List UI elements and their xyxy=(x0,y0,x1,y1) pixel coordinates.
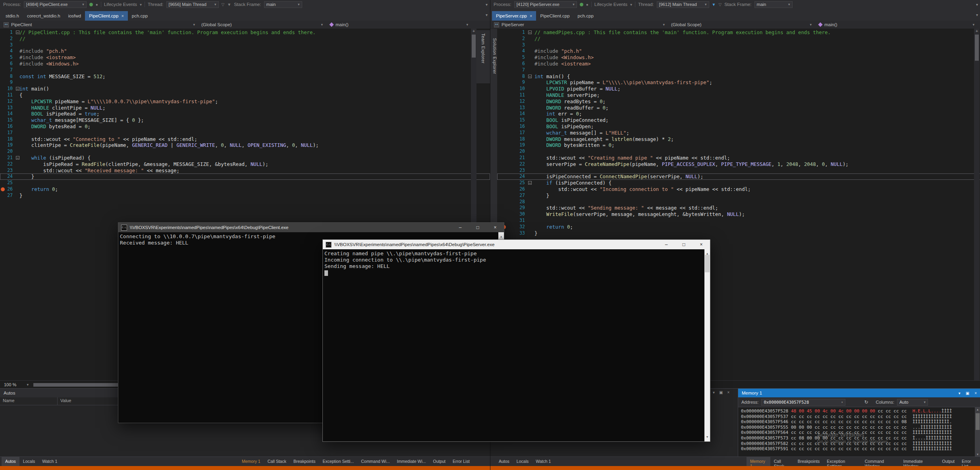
fold-margin[interactable] xyxy=(528,67,534,73)
fold-margin[interactable] xyxy=(16,117,19,123)
code-line[interactable]: 11 HANDLE serverPipe; xyxy=(497,92,980,98)
breakpoint-margin[interactable] xyxy=(497,123,511,130)
breakpoint-margin[interactable] xyxy=(497,92,511,98)
fold-margin[interactable] xyxy=(528,42,534,48)
fold-margin[interactable] xyxy=(528,117,534,123)
code-line[interactable]: 14 BOOL isPipeRead = true; xyxy=(0,111,490,117)
fold-margin[interactable] xyxy=(16,186,19,193)
editor-vertical-scrollbar[interactable] xyxy=(974,34,980,380)
fold-margin[interactable] xyxy=(16,67,19,73)
project-dropdown[interactable]: ++ PipeServer ▾ xyxy=(490,21,667,29)
scrollbar-thumb[interactable] xyxy=(705,255,710,272)
breakpoint-margin[interactable] xyxy=(497,199,511,205)
breakpoint-margin[interactable] xyxy=(0,161,6,168)
fold-margin[interactable]: − xyxy=(16,86,19,92)
code-line[interactable]: 18 std::wcout << "Connecting to " << pip… xyxy=(0,136,490,143)
close-button[interactable]: × xyxy=(486,223,504,232)
breakpoint-margin[interactable] xyxy=(0,173,6,180)
team-explorer-collapsed-tab[interactable]: Team Explorer xyxy=(476,30,490,83)
chevron-down-icon[interactable]: ▾ xyxy=(140,2,142,7)
breakpoint-margin[interactable] xyxy=(0,136,6,143)
document-tab-pipeclient-cpp[interactable]: PipeClient.cpp× xyxy=(85,11,128,21)
fold-margin[interactable]: − xyxy=(528,73,534,80)
memory-row[interactable]: 0x000000E43057F582cc cc cc cc cc cc cc c… xyxy=(741,441,980,447)
panel-tab-error-list[interactable]: Error List xyxy=(958,457,980,466)
breakpoint-margin[interactable] xyxy=(497,54,511,61)
code-line[interactable]: 22 serverPipe = CreateNamedPipe(pipeName… xyxy=(497,161,980,168)
breakpoint-margin[interactable] xyxy=(0,186,6,193)
maximize-button[interactable]: □ xyxy=(469,223,486,232)
code-line[interactable]: 30 WriteFile(serverPipe, message, messag… xyxy=(497,211,980,218)
breakpoint-margin[interactable] xyxy=(0,73,6,80)
fold-margin[interactable] xyxy=(528,48,534,54)
code-line[interactable]: 29 std::wcout << "Sending message: " << … xyxy=(497,205,980,211)
member-dropdown[interactable]: main() ▾ xyxy=(326,21,471,29)
document-tab-pch-cpp[interactable]: pch.cpp xyxy=(128,11,152,21)
fold-margin[interactable] xyxy=(16,73,19,80)
document-tab-pipeserver-cpp[interactable]: PipeServer.cpp× xyxy=(492,11,536,21)
scrollbar-thumb[interactable] xyxy=(976,413,980,430)
fold-margin[interactable] xyxy=(16,79,19,86)
collapse-icon[interactable]: − xyxy=(528,31,532,34)
code-line[interactable]: 19 DWORD bytesWritten = 0; xyxy=(497,142,980,148)
code-line[interactable]: 5#include <iostream> xyxy=(0,54,490,61)
solution-explorer-collapsed-tab[interactable]: Solution Explorer xyxy=(490,35,497,90)
breakpoint-margin[interactable] xyxy=(0,123,6,130)
breakpoint-margin[interactable] xyxy=(497,98,511,105)
code-line[interactable]: 4#include "pch.h" xyxy=(497,48,980,54)
fold-margin[interactable] xyxy=(16,98,19,105)
address-input[interactable]: 0x000000E43057F528 ▾ xyxy=(761,399,845,406)
step-backward-icon[interactable]: ● xyxy=(586,2,588,7)
fold-margin[interactable] xyxy=(528,230,534,237)
scope-dropdown[interactable]: (Global Scope) ▾ xyxy=(198,21,326,29)
breakpoint-margin[interactable] xyxy=(497,180,511,186)
breakpoint-margin[interactable] xyxy=(0,105,6,111)
project-dropdown[interactable]: ++ PipeClient ▾ xyxy=(0,21,198,29)
console-scrollbar[interactable]: ▲ ▼ xyxy=(704,249,710,441)
memory-row[interactable]: 0x000000E43057F573cc 08 00 00 00 cc cc c… xyxy=(741,435,980,441)
code-line[interactable]: 14 int err = 0; xyxy=(497,111,980,117)
flag-threads-icon[interactable]: ▼ xyxy=(227,2,231,7)
window-menu-icon[interactable]: ▾ xyxy=(713,390,715,395)
breakpoint-margin[interactable] xyxy=(0,148,6,155)
breakpoint-margin[interactable] xyxy=(0,142,6,148)
breakpoint-margin[interactable] xyxy=(497,186,511,193)
fold-margin[interactable] xyxy=(528,173,534,180)
breakpoint-margin[interactable] xyxy=(0,111,6,117)
memory-row[interactable]: 0x000000E43057F591cc cc cc cc cc cc cc c… xyxy=(741,446,980,452)
fold-margin[interactable] xyxy=(528,193,534,199)
breakpoint-margin[interactable] xyxy=(497,193,511,199)
breakpoint-margin[interactable] xyxy=(497,136,511,143)
refresh-icon[interactable]: ↻ xyxy=(864,399,868,405)
fold-margin[interactable] xyxy=(528,105,534,111)
fold-margin[interactable] xyxy=(528,86,534,92)
fold-margin[interactable] xyxy=(528,111,534,117)
memory-hex-view[interactable]: 0x000000E43057F52848 00 45 00 4c 00 4c 0… xyxy=(738,407,980,457)
panel-tab-locals[interactable]: Locals xyxy=(513,457,532,466)
fold-margin[interactable] xyxy=(528,186,534,193)
filter-threads-icon[interactable]: ▼ xyxy=(712,2,716,7)
breakpoint-margin[interactable] xyxy=(0,117,6,123)
tab-list-chevron-icon[interactable]: ▾ xyxy=(976,13,978,17)
fold-margin[interactable] xyxy=(16,123,19,130)
panel-tab-immediate-window[interactable]: Immediate Window xyxy=(900,457,939,466)
code-line[interactable]: 21− while (isPipeRead) { xyxy=(0,155,490,161)
collapse-icon[interactable]: − xyxy=(528,75,532,78)
breakpoint-margin[interactable] xyxy=(497,130,511,136)
fold-margin[interactable] xyxy=(528,79,534,86)
breakpoint-margin[interactable] xyxy=(497,61,511,67)
panel-tab-locals[interactable]: Locals xyxy=(19,457,39,466)
fold-margin[interactable] xyxy=(16,161,19,168)
code-line[interactable]: 8−int main() { xyxy=(497,73,980,80)
breakpoint-margin[interactable] xyxy=(0,168,6,174)
code-line[interactable]: 23 std::wcout << "Received message: " <<… xyxy=(0,168,490,174)
breakpoint-margin[interactable] xyxy=(0,193,6,199)
scrollbar-thumb[interactable] xyxy=(975,35,979,61)
code-line[interactable]: 15 wchar_t message[MESSAGE_SIZE] = { 0 }… xyxy=(0,117,490,123)
fold-margin[interactable] xyxy=(528,142,534,148)
breakpoint-margin[interactable] xyxy=(0,48,6,54)
code-line[interactable]: 8const int MESSAGE_SIZE = 512; xyxy=(0,73,490,80)
memory-row[interactable]: 0x000000E43057F52848 00 45 00 4c 00 4c 0… xyxy=(741,408,980,414)
panel-tab-command-window[interactable]: Command Window xyxy=(861,457,900,466)
panel-tab-autos[interactable]: Autos xyxy=(495,457,513,466)
